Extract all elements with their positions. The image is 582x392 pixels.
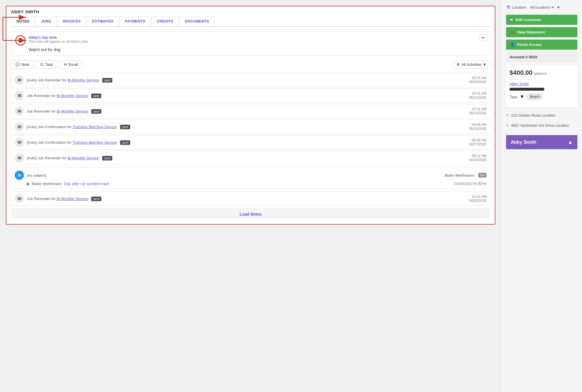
customer-header: ABBY SMITH NOTES JOBS INVOICES ESTIMATES… bbox=[6, 6, 495, 27]
balance-label: balance bbox=[534, 71, 547, 76]
location-label: Location: bbox=[512, 5, 527, 10]
filter-button[interactable]: ⚙ All Activities ▼ bbox=[453, 60, 490, 69]
sent-badge: sent bbox=[91, 94, 101, 98]
location-row-2: + 4567 Northwest 3rd Drive Location bbox=[506, 120, 577, 130]
bottom-bar[interactable]: Abby Smith ▲ bbox=[506, 135, 577, 149]
sent-badge: sent bbox=[102, 156, 112, 160]
email-blue-icon: ✉ bbox=[15, 171, 24, 180]
activity-content: [Auto] Job Confirmation for TruGanix Bed… bbox=[27, 125, 460, 129]
attachment-link[interactable]: Day after car accident.mp4 bbox=[64, 182, 109, 186]
checkbox-icon: ☑ bbox=[40, 62, 44, 67]
chevron-down-icon: ▼ bbox=[557, 5, 560, 10]
top-note-body: Watch out for dog. bbox=[15, 47, 486, 52]
table-row: ✉ [Auto] Job Confirmation for TruGanix B… bbox=[11, 120, 490, 134]
activity-list: ✉ [Auto] Job Reminder for Bi-Monthly Ser… bbox=[11, 73, 490, 206]
pencil-icon: ✏ bbox=[510, 18, 513, 22]
mail-icon: ✉ bbox=[15, 138, 24, 147]
tab-documents[interactable]: DOCUMENTS bbox=[179, 16, 214, 26]
tags-row: Tags ▼ Beach bbox=[510, 94, 574, 100]
activity-time: 09:12 AM 04/24/2020 bbox=[463, 154, 486, 162]
activity-content: [Auto] Job Reminder for Bi-Monthly Servi… bbox=[27, 156, 460, 160]
tab-invoices[interactable]: INVOICES bbox=[57, 16, 86, 26]
filter-icon: ⚙ bbox=[456, 62, 460, 67]
customer-panel: ABBY SMITH NOTES JOBS INVOICES ESTIMATES… bbox=[6, 6, 495, 225]
play-icon: ▶ bbox=[27, 182, 30, 186]
action-bar: 💬 Note ☑ Task ✉ Email ⚙ All Activities bbox=[11, 60, 490, 69]
balance-amount: $400.00 bbox=[510, 69, 533, 76]
tab-estimates[interactable]: ESTIMATES bbox=[87, 16, 119, 26]
top-note-card: Abby's top note This note will appear on… bbox=[11, 31, 490, 56]
mail-icon: ✉ bbox=[15, 153, 24, 163]
location-2-text: 4567 Northwest 3rd Drive Location bbox=[511, 123, 569, 128]
mail-icon: ✉ bbox=[15, 107, 24, 116]
table-row: ✉ [Auto] Job Reminder for Bi-Monthly Ser… bbox=[11, 73, 490, 87]
activity-time: 10:31 AM 05/13/2020 bbox=[463, 107, 486, 115]
email-icon: ✉ bbox=[64, 62, 67, 67]
comment-icon: 💬 bbox=[15, 62, 20, 67]
email-time: 04/09/2020 05:35PM bbox=[454, 182, 486, 186]
sent-badge: sent bbox=[102, 78, 112, 83]
note-button[interactable]: 💬 Note bbox=[11, 60, 33, 69]
add-location-2-button[interactable]: + bbox=[506, 123, 509, 128]
location-row-1: + 123 Glades Road Location bbox=[506, 110, 577, 120]
mail-icon: ✉ bbox=[15, 91, 24, 100]
account-info: Account # 5010 bbox=[506, 52, 577, 62]
mail-icon: ✉ bbox=[15, 122, 24, 131]
activity-content: Job Reminder for Bi-Monthly Service sent bbox=[27, 109, 460, 113]
email-card-body: ▶ Blake Werthmann Day after car accident… bbox=[15, 182, 486, 186]
sent-badge: sent bbox=[91, 109, 101, 114]
tab-credits[interactable]: CREDITS bbox=[151, 16, 179, 26]
bottom-customer-name: Abby Smith bbox=[511, 140, 536, 145]
filter-icon: ⚗ bbox=[506, 5, 510, 10]
email-subject: (no subject) bbox=[27, 173, 442, 178]
person-icon: 👤 bbox=[510, 42, 515, 47]
activity-time: 09:15 AM 06/20/2020 bbox=[463, 76, 486, 84]
table-row: ✉ [Auto] Job Reminder for Bi-Monthly Ser… bbox=[11, 151, 490, 165]
view-statement-button[interactable]: 🔖 View Statement bbox=[506, 27, 577, 37]
sent-badge: sent bbox=[120, 125, 130, 129]
edit-customer-button[interactable]: ✏ Edit Customer bbox=[506, 15, 577, 25]
sent-badge: sent bbox=[120, 140, 130, 145]
email-sender: Blake Werthmann bbox=[445, 173, 474, 178]
account-number: Account # 5010 bbox=[510, 55, 537, 59]
sent-badge: sent bbox=[91, 197, 101, 201]
customer-link[interactable]: Abby Smith bbox=[510, 82, 574, 86]
balance-section: $400.00 balance Abby Smith Tags ▼ Beach bbox=[506, 66, 577, 107]
email-button[interactable]: ✉ Email bbox=[59, 60, 82, 69]
tab-payments[interactable]: PAYMENTS bbox=[120, 16, 151, 26]
edit-note-button[interactable]: ✏ bbox=[480, 35, 487, 41]
activity-content: Job Reminder for Bi-Monthly Service sent bbox=[27, 197, 460, 201]
tabs-container: NOTES JOBS INVOICES ESTIMATES PAYMENTS C… bbox=[11, 16, 490, 27]
activity-time: 09:06 AM 04/27/2020 bbox=[463, 138, 486, 146]
activity-time: 10:41 AM 04/03/2020 bbox=[463, 195, 486, 203]
customer-name: ABBY SMITH bbox=[11, 9, 490, 14]
tag-filter-icon: ▼ bbox=[520, 94, 524, 99]
avatar bbox=[15, 35, 26, 46]
tab-jobs[interactable]: JOBS bbox=[36, 16, 57, 26]
top-note-subtitle: This note will appear on all Abby's jobs bbox=[29, 40, 486, 44]
top-note-title: Abby's top note bbox=[29, 35, 486, 40]
bookmark-icon: 🔖 bbox=[510, 30, 515, 34]
activity-time: 10:31 AM 05/13/2020 bbox=[463, 92, 486, 100]
mail-icon: ✉ bbox=[15, 194, 24, 203]
mail-icon: ✉ bbox=[15, 75, 24, 85]
redacted-info bbox=[510, 88, 544, 91]
task-button[interactable]: ☑ Task bbox=[36, 60, 57, 69]
chevron-down-icon: ▼ bbox=[483, 62, 486, 67]
portal-access-button[interactable]: 👤 Portal Access bbox=[506, 40, 577, 50]
activity-time: 09:06 AM 05/10/2020 bbox=[463, 123, 486, 131]
location-filter: ⚗ Location: All locations ▼ bbox=[506, 5, 577, 10]
table-row: ✉ Job Reminder for Bi-Monthly Service se… bbox=[11, 88, 490, 103]
email-card-header: ✉ (no subject) Blake Werthmann BW bbox=[15, 171, 486, 180]
tab-notes[interactable]: NOTES bbox=[11, 16, 35, 26]
table-row: ✉ Job Reminder for Bi-Monthly Service se… bbox=[11, 104, 490, 118]
location-select[interactable]: All locations bbox=[529, 5, 555, 10]
load-notes-button[interactable]: Load Notes bbox=[11, 209, 490, 219]
tag-badge[interactable]: Beach bbox=[527, 94, 543, 100]
activity-content: Job Reminder for Bi-Monthly Service sent bbox=[27, 94, 460, 98]
right-sidebar: ⚗ Location: All locations ▼ ✏ Edit Custo… bbox=[501, 0, 582, 392]
email-card: ✉ (no subject) Blake Werthmann BW ▶ Blak… bbox=[11, 167, 490, 189]
location-1-text: 123 Glades Road Location bbox=[511, 113, 555, 117]
add-location-1-button[interactable]: + bbox=[506, 113, 509, 118]
table-row: ✉ Job Reminder for Bi-Monthly Service se… bbox=[11, 191, 490, 206]
